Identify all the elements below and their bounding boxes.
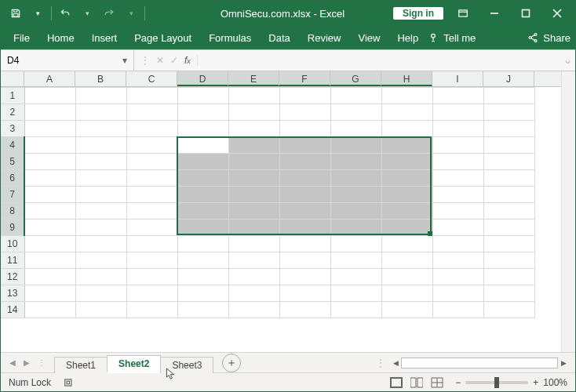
cell-h9[interactable] [381, 220, 432, 236]
cell-j5[interactable] [483, 154, 534, 170]
cell-h8[interactable] [381, 203, 432, 220]
column-header-d[interactable]: D [177, 71, 228, 86]
row-header-9[interactable]: 9 [1, 220, 24, 236]
redo-dropdown-icon[interactable]: ▾ [122, 5, 140, 22]
cell-f2[interactable] [279, 104, 330, 121]
cell-f6[interactable] [279, 170, 330, 187]
cell-e9[interactable] [228, 220, 279, 236]
cell-c1[interactable] [126, 88, 177, 104]
cell-c7[interactable] [126, 187, 177, 203]
row-header-6[interactable]: 6 [1, 170, 24, 187]
cell-a14[interactable] [24, 302, 75, 318]
cell-h13[interactable] [381, 285, 432, 302]
cell-e2[interactable] [228, 104, 279, 121]
close-button[interactable] [545, 1, 569, 26]
cell-j11[interactable] [483, 252, 534, 269]
cell-e6[interactable] [228, 170, 279, 187]
cell-c8[interactable] [126, 203, 177, 220]
sheet-nav-next-icon[interactable]: ▶ [21, 358, 32, 367]
cell-g11[interactable] [330, 252, 381, 269]
cell-b6[interactable] [75, 170, 126, 187]
cell-a9[interactable] [24, 220, 75, 236]
qat-customize-icon[interactable]: ▾ [29, 5, 46, 22]
cell-c10[interactable] [126, 236, 177, 252]
ribbon-tab-home[interactable]: Home [39, 29, 82, 47]
cell-h3[interactable] [381, 121, 432, 137]
cell-e3[interactable] [228, 121, 279, 137]
cell-i9[interactable] [432, 220, 483, 236]
cell-b12[interactable] [75, 269, 126, 285]
cancel-formula-icon[interactable]: ✕ [156, 55, 164, 66]
sign-in-button[interactable]: Sign in [393, 7, 443, 20]
column-header-c[interactable]: C [126, 71, 177, 86]
cell-h14[interactable] [381, 302, 432, 318]
enter-formula-icon[interactable]: ✓ [170, 55, 178, 66]
cell-c14[interactable] [126, 302, 177, 318]
cell-i12[interactable] [432, 269, 483, 285]
cell-i6[interactable] [432, 170, 483, 187]
cell-e1[interactable] [228, 88, 279, 104]
cell-g6[interactable] [330, 170, 381, 187]
cell-b4[interactable] [75, 137, 126, 154]
cell-e5[interactable] [228, 154, 279, 170]
cell-h5[interactable] [381, 154, 432, 170]
cell-a5[interactable] [24, 154, 75, 170]
cell-a12[interactable] [24, 269, 75, 285]
cell-j14[interactable] [483, 302, 534, 318]
cell-g7[interactable] [330, 187, 381, 203]
vertical-scrollbar[interactable] [561, 71, 575, 352]
cell-h6[interactable] [381, 170, 432, 187]
maximize-button[interactable] [514, 1, 538, 26]
row-header-7[interactable]: 7 [1, 187, 24, 203]
cell-a13[interactable] [24, 285, 75, 302]
cell-f7[interactable] [279, 187, 330, 203]
expand-formula-bar-icon[interactable]: ⌵ [560, 55, 575, 66]
share-button[interactable]: Share [527, 32, 571, 44]
cell-g10[interactable] [330, 236, 381, 252]
cell-f1[interactable] [279, 88, 330, 104]
ribbon-tab-data[interactable]: Data [261, 29, 297, 47]
cell-e4[interactable] [228, 137, 279, 154]
cell-b1[interactable] [75, 88, 126, 104]
cell-j4[interactable] [483, 137, 534, 154]
cell-d10[interactable] [177, 236, 228, 252]
cell-g3[interactable] [330, 121, 381, 137]
cell-c3[interactable] [126, 121, 177, 137]
cell-d7[interactable] [177, 187, 228, 203]
cell-e13[interactable] [228, 285, 279, 302]
cell-b13[interactable] [75, 285, 126, 302]
cell-b5[interactable] [75, 154, 126, 170]
column-header-a[interactable]: A [24, 71, 75, 86]
cell-j12[interactable] [483, 269, 534, 285]
cell-h11[interactable] [381, 252, 432, 269]
cell-j8[interactable] [483, 203, 534, 220]
cell-j7[interactable] [483, 187, 534, 203]
cell-a10[interactable] [24, 236, 75, 252]
cell-d9[interactable] [177, 220, 228, 236]
row-header-12[interactable]: 12 [1, 269, 24, 285]
cell-f12[interactable] [279, 269, 330, 285]
cell-d1[interactable] [177, 88, 228, 104]
cell-h12[interactable] [381, 269, 432, 285]
cell-d12[interactable] [177, 269, 228, 285]
zoom-out-icon[interactable]: − [455, 377, 461, 388]
cell-f5[interactable] [279, 154, 330, 170]
cell-a11[interactable] [24, 252, 75, 269]
minimize-button[interactable] [483, 1, 506, 26]
cell-f10[interactable] [279, 236, 330, 252]
zoom-slider[interactable] [465, 381, 528, 384]
cell-i2[interactable] [432, 104, 483, 121]
cell-d4[interactable] [177, 137, 228, 154]
cell-g4[interactable] [330, 137, 381, 154]
cell-g2[interactable] [330, 104, 381, 121]
cell-b14[interactable] [75, 302, 126, 318]
hscroll-left-icon[interactable]: ◀ [390, 358, 401, 368]
cell-h4[interactable] [381, 137, 432, 154]
cell-f3[interactable] [279, 121, 330, 137]
ribbon-tab-formulas[interactable]: Formulas [201, 29, 259, 47]
cell-i8[interactable] [432, 203, 483, 220]
column-header-f[interactable]: F [279, 71, 330, 86]
cell-h7[interactable] [381, 187, 432, 203]
cell-h10[interactable] [381, 236, 432, 252]
column-header-g[interactable]: G [330, 71, 381, 86]
